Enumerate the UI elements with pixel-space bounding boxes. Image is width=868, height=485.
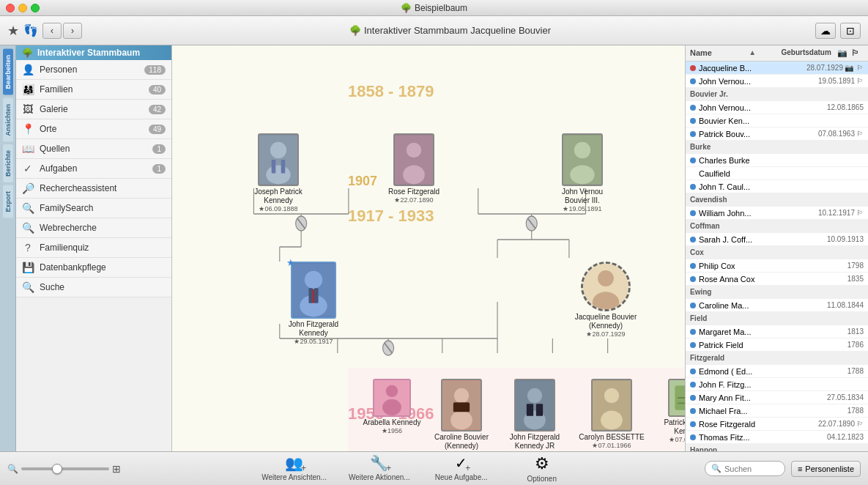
tab-export[interactable]: Export [3,185,13,218]
person-joseph[interactable]: Joseph Patrick Kennedy ★06.09.1888 [245,133,311,212]
person-dot [690,118,696,124]
window-button[interactable]: ⊡ [840,23,861,39]
weitere-ansichten-button[interactable]: 👥 + Weitere Ansichten... [261,454,327,483]
toolbar: ★ 👣 ‹ › 🌳 Interaktiver Stammbaum Jacquel… [0,16,868,45]
tree-area[interactable]: 1858 - 1879 1917 - 1933 1907 1956 - 1966 [172,45,685,451]
tab-bearbeiten[interactable]: Bearbeiten [3,49,13,95]
list-item[interactable]: Sarah J. Coff...10.09.1913 [686,233,868,246]
cloud-button[interactable]: ☁ [815,23,836,39]
sidebar-item-familienquiz[interactable]: ? Familienquiz [16,238,171,258]
footprint-button[interactable]: 👣 [23,23,38,37]
zoom-thumb[interactable] [52,464,62,474]
forward-button[interactable]: › [63,23,82,39]
neue-aufgabe-button[interactable]: ✓ + Neue Aufgabe... [432,454,491,483]
list-item[interactable]: Bouvier Ken... [686,114,868,127]
person-caroline-lee[interactable]: Caroline Lee Bouvier ★03.03.1933 [672,262,685,341]
tab-ansichten[interactable]: Ansichten [3,98,13,142]
book-icon: 📖 [22,143,34,155]
list-item[interactable]: Philip Cox1798 [686,259,868,273]
weitere-aktionen-button[interactable]: 🔧 + Weitere Aktionen... [349,454,410,483]
list-item[interactable]: William John...10.12.1917🏳 [686,207,868,220]
back-button[interactable]: ‹ [42,23,62,39]
list-item[interactable]: Margaret Ma...1813 [686,325,868,338]
sidebar-item-suche[interactable]: 🔍 Suche [16,278,171,297]
person-dot [690,263,696,269]
list-item[interactable]: Edmond ( Ed...1788 [686,365,868,378]
sidebar-item-familien[interactable]: 👨‍👩‍👧 Familien 40 [16,80,171,100]
search-box[interactable]: 🔍 [705,461,785,476]
bottom-right: 🔍 ≡ Personenliste [705,461,861,477]
person-jackie[interactable]: Jacqueline Bouvier (Kennedy) ★28.07.1929 [573,262,639,338]
list-item[interactable]: John Vernou...19.05.1891🏳 [686,75,868,88]
personenliste-label: Personenliste [805,464,854,473]
person-name: Caulfield [699,169,864,178]
zoom-in-icon[interactable]: ⊞ [112,463,121,475]
sidebar-item-webrecherche[interactable]: 🔍 Webrecherche [16,218,171,238]
sidebar-item-aufgaben[interactable]: ✓ Aufgaben 1 [16,159,171,179]
list-item[interactable]: Charles Burke [686,154,868,167]
person-caroline-k[interactable]: Caroline Bouvier (Kennedy) ★27.11.1957 [429,379,494,451]
list-item[interactable]: John T. Caul... [686,180,868,193]
close-button[interactable] [6,4,15,12]
sidebar-label-webrecherche: Webrecherche [40,223,166,233]
list-item[interactable]: Caroline Ma...11.08.1844 [686,299,868,312]
person-name: Thomas Fitz... [699,433,827,442]
svg-point-68 [601,410,623,429]
maximize-button[interactable] [31,4,40,12]
person-jfk-jr[interactable]: John Fitzgerald Kennedy JR ★25.11.1960 [502,379,568,451]
svg-point-35 [403,165,425,184]
year-1907: 1907 [348,174,377,189]
tree-section-icon: 🌳 [22,48,33,58]
person-dot [690,65,696,71]
person-jfk[interactable]: ★ John Fitzgerald Kennedy ★29.05.1917 [281,262,346,345]
zoom-out-icon[interactable]: 🔍 [7,464,18,474]
zoom-slider[interactable] [21,467,109,470]
person-rose[interactable]: Rose Fitzgerald ★22.07.1890 [381,133,447,204]
personenliste-button[interactable]: ≡ Personenliste [791,461,861,477]
list-item[interactable]: Mary Ann Fit...27.05.1834 [686,391,868,404]
joseph-name: Joseph Patrick Kennedy [245,188,311,205]
person-list-scroll[interactable]: Jacqueline B...28.07.1929📷🏳John Vernou..… [686,62,868,451]
search-input[interactable] [724,464,783,473]
sidebar-item-personen[interactable]: 👤 Personen 118 [16,60,171,80]
minimize-button[interactable] [18,4,27,12]
person-date: 1788 [847,367,864,375]
search-icon: 🔍 [711,464,722,473]
sidebar-item-familysearch[interactable]: 🔍 FamilySearch [16,199,171,218]
svg-point-43 [305,271,322,289]
list-item[interactable]: Thomas Fitz...04.12.1823 [686,431,868,444]
photo-icon: 📷 [845,64,853,72]
sidebar-item-datenbank[interactable]: 💾 Datenbankpflege [16,258,171,278]
list-item[interactable]: Patrick Field1786 [686,338,868,352]
list-item[interactable]: Caulfield [686,167,868,180]
star-button[interactable]: ★ [7,23,19,39]
person-carolyn[interactable]: Carolyn BESSETTE ★07.01.1966 [579,379,645,449]
right-panel-header: Name ▲ Geburtsdatum 📷 🏳 [686,45,868,62]
person-date: 10.09.1913 [827,235,864,243]
list-item[interactable]: John Vernou...12.08.1865 [686,101,868,114]
list-item[interactable]: Jacqueline B...28.07.1929📷🏳 [686,62,868,75]
person-patrick-k[interactable]: Patrick Bouvier Kennedy ★07.08.1963 [656,379,685,443]
check-icon: ✓ [22,163,34,174]
list-item[interactable]: Patrick Bouv...07.08.1963🏳 [686,127,868,141]
sidebar-item-quellen[interactable]: 📖 Quellen 1 [16,139,171,159]
sidebar-item-orte[interactable]: 📍 Orte 49 [16,119,171,139]
list-item[interactable]: Rose Anna Cox1835 [686,273,868,286]
toolbar-title: 🌳 Interaktiver Stammbaum Jacqueline Bouv… [89,25,811,36]
optionen-button[interactable]: ⚙ Optionen [513,454,571,483]
col-icon1: 📷 [837,48,850,58]
person-arabella[interactable]: Arabella Kennedy ★1956 [359,379,425,434]
sidebar-item-recherche[interactable]: 🔎 Rechercheassistent [16,179,171,199]
tab-berichte[interactable]: Berichte [3,144,13,182]
caroline-lee-name: Caroline Lee Bouvier [672,316,685,333]
person-list: Jacqueline B...28.07.1929📷🏳John Vernou..… [686,62,868,451]
list-item[interactable]: Rose Fitzgerald22.07.1890🏳 [686,418,868,431]
sidebar: Bearbeiten Ansichten Berichte Export 🌳 I… [0,45,172,451]
list-item[interactable]: Michael Fra...1788 [686,404,868,418]
sidebar-label-orte: Orte [40,124,143,134]
person-john-v[interactable]: John Vernou Bouvier III. ★19.05.1891 [549,133,615,212]
sidebar-item-galerie[interactable]: 🖼 Galerie 42 [16,100,171,119]
search-icon: 🔍 [22,281,34,293]
svg-point-26 [383,341,394,355]
list-item[interactable]: John F. Fitzg... [686,378,868,391]
